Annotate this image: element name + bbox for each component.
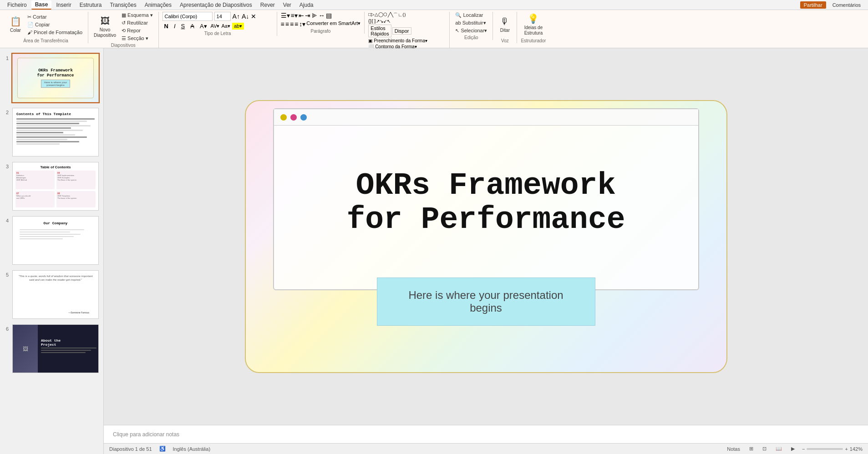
main-slide[interactable]: OKRs Frameworkfor Performance Here is wh… [245, 100, 727, 373]
dictate-button[interactable]: 🎙 Ditar [497, 12, 513, 37]
font-family-input[interactable] [162, 12, 213, 21]
bullet-list-button[interactable]: ☰▾ [281, 12, 290, 19]
section-button[interactable]: ☰ Secção ▾ [120, 35, 155, 42]
copy-button[interactable]: 📄 Copiar [25, 21, 84, 28]
align-right-button[interactable]: ≡ [290, 20, 294, 28]
reading-view-button[interactable]: 📖 [774, 445, 784, 452]
paste-button[interactable]: 📋 Colar [7, 12, 24, 37]
zoom-in-button[interactable]: + [845, 446, 848, 452]
align-center-button[interactable]: ≡ [285, 20, 289, 28]
normal-view-button[interactable]: ⊞ [747, 445, 755, 452]
zoom-out-button[interactable]: − [802, 446, 805, 452]
comments-button[interactable]: Comentários [829, 1, 864, 9]
reuse-button[interactable]: ↺ Reutilizar [120, 20, 155, 26]
font-size-input[interactable] [214, 12, 231, 21]
browser-dot-blue [300, 114, 307, 121]
slide4-lines [20, 229, 91, 241]
slide-number-2: 2 [4, 110, 9, 115]
dispor-button[interactable]: Dispor [392, 27, 411, 35]
bold-button[interactable]: N [162, 22, 170, 30]
strikethrough-button[interactable]: A [188, 22, 196, 30]
voice-label: Voz [497, 38, 513, 43]
slide-subtitle-box[interactable]: Here is where your presentation begins [377, 277, 595, 326]
slide-wrap-4: Our Company [11, 215, 100, 266]
slide-thumbnail-4[interactable]: 4 Our Company [2, 214, 102, 267]
browser-titlebar [274, 109, 698, 126]
char-spacing-button[interactable]: AV▾ [211, 23, 220, 29]
menu-inserir[interactable]: Inserir [52, 1, 75, 9]
microphone-icon: 🎙 [500, 16, 509, 27]
menu-apresentacao[interactable]: Apresentação de Diapositivos [176, 1, 256, 9]
new-slide-button[interactable]: 🖼 NovoDiapositivo [92, 14, 118, 40]
slide-subtitle-text: Here is where your presentation begins [408, 289, 563, 314]
slide-number-3: 3 [4, 164, 9, 169]
designer-section: 💡 Ideias deEstrutura Estruturador [517, 12, 549, 43]
zoom-slider[interactable] [807, 448, 843, 450]
scroll-spacer [2, 377, 102, 386]
menu-estrutura[interactable]: Estrutura [76, 1, 106, 9]
slide-preview-2: Contents of This Template [12, 108, 99, 156]
zoom-control: − + 142% [802, 446, 863, 452]
cut-button[interactable]: ✂ Cortar [25, 14, 84, 20]
smartart-button[interactable]: Converter em SmartArt▾ [306, 20, 360, 28]
quick-styles-button[interactable]: EstilosRápidos [368, 25, 391, 37]
case-button[interactable]: Aa▾ [221, 23, 230, 29]
paragraph-label: Parágrafo [281, 29, 361, 34]
menu-rever[interactable]: Rever [257, 1, 279, 9]
menu-ficheiro[interactable]: Ficheiro [4, 1, 30, 9]
align-left-button[interactable]: ≡ [281, 20, 284, 28]
slide-number-1: 1 [4, 55, 9, 61]
underline-button[interactable]: S [179, 22, 187, 30]
slide5-thumb-author: —Someone Famous [68, 311, 89, 314]
column-button[interactable]: ⫸ [311, 12, 318, 19]
zoom-level: 142% [850, 446, 863, 452]
paragraph-controls: ☰▾ ≡▾ ⇤ ⇥ ⫸ ↔ ▤ ≡ ≡ ≡ ≡ ↕▾ Converter em … [281, 12, 361, 28]
browser-frame: OKRs Frameworkfor Performance Here is wh… [273, 108, 699, 290]
select-button[interactable]: ↖ Selecionar▾ [453, 27, 489, 34]
slide-wrap-3: Table of Contents 01 DefinitionAdvantage… [11, 161, 100, 212]
browser-content: OKRs Frameworkfor Performance [274, 126, 698, 289]
menu-transicoes[interactable]: Transições [106, 1, 140, 9]
font-clear-button[interactable]: ✕ [251, 13, 256, 20]
justify-button[interactable]: ≡ [294, 20, 298, 28]
slide-preview-5: "This is a quote, words full of wisdom t… [12, 270, 99, 319]
font-color-button[interactable]: A▾ [198, 22, 209, 30]
share-button[interactable]: Partilhar [800, 1, 826, 9]
highlight-button[interactable]: ab▾ [232, 23, 244, 30]
text-direction-button[interactable]: ↔ [319, 12, 325, 19]
menu-ajuda[interactable]: Ajuda [296, 1, 317, 9]
slide-thumbnail-1[interactable]: 1 OKRs Frameworkfor Performance Here is … [2, 52, 102, 104]
replace-button[interactable]: ab Substituir▾ [453, 20, 489, 26]
slide-sorter-button[interactable]: ⊡ [761, 445, 768, 452]
slide-thumbnail-6[interactable]: 6 🖼 About theProject [2, 323, 102, 375]
slide3-thumb-title: Table of Contents [13, 165, 98, 169]
font-decrease-button[interactable]: A↓ [242, 13, 249, 20]
slideshow-button[interactable]: ▶ [789, 445, 797, 452]
menu-base[interactable]: Base [31, 0, 52, 10]
design-ideas-button[interactable]: 💡 Ideias deEstrutura [521, 12, 546, 37]
increase-indent-button[interactable]: ⇥ [305, 12, 310, 19]
layout-button[interactable]: ▦ Esquema ▾ [120, 12, 155, 19]
font-controls: A↑ A↓ ✕ N I S A A▾ AV▾ Aa▾ ab▾ [162, 12, 273, 30]
find-button[interactable]: 🔍 Localizar [453, 12, 489, 19]
fill-shape-button[interactable]: ▣ Preenchimento da Forma▾ [368, 38, 427, 43]
repor-button[interactable]: ⟲ Repor [120, 27, 155, 34]
accessibility-icon[interactable]: ♿ [159, 446, 166, 452]
notes-area[interactable]: Clique para adicionar notas [104, 425, 868, 443]
slide-thumbnail-2[interactable]: 2 Contents of This Template [2, 106, 102, 158]
text-align-button[interactable]: ▤ [326, 12, 332, 19]
menu-animacoes[interactable]: Animações [141, 1, 175, 9]
line-spacing-button[interactable]: ↕▾ [299, 20, 305, 28]
numbered-list-button[interactable]: ≡▾ [291, 12, 298, 19]
italic-button[interactable]: I [172, 22, 178, 30]
clipboard-tools: 📋 Colar ✂ Cortar 📄 Copiar 🖌 Pincel de Fo… [7, 12, 84, 37]
font-increase-button[interactable]: A↑ [233, 13, 240, 20]
decrease-indent-button[interactable]: ⇤ [299, 12, 304, 19]
edit-label: Edição [453, 35, 489, 40]
format-painter-button[interactable]: 🖌 Pincel de Formatação [25, 29, 84, 35]
notes-toggle-button[interactable]: Notas [725, 446, 742, 452]
slide-thumbnail-5[interactable]: 5 "This is a quote, words full of wisdom… [2, 268, 102, 321]
slide-thumbnail-3[interactable]: 3 Table of Contents 01 DefinitionAdvanta… [2, 160, 102, 212]
menu-ver[interactable]: Ver [279, 1, 295, 9]
status-bar: Diapositivo 1 de 51 ♿ Inglês (Austrália)… [104, 443, 868, 454]
